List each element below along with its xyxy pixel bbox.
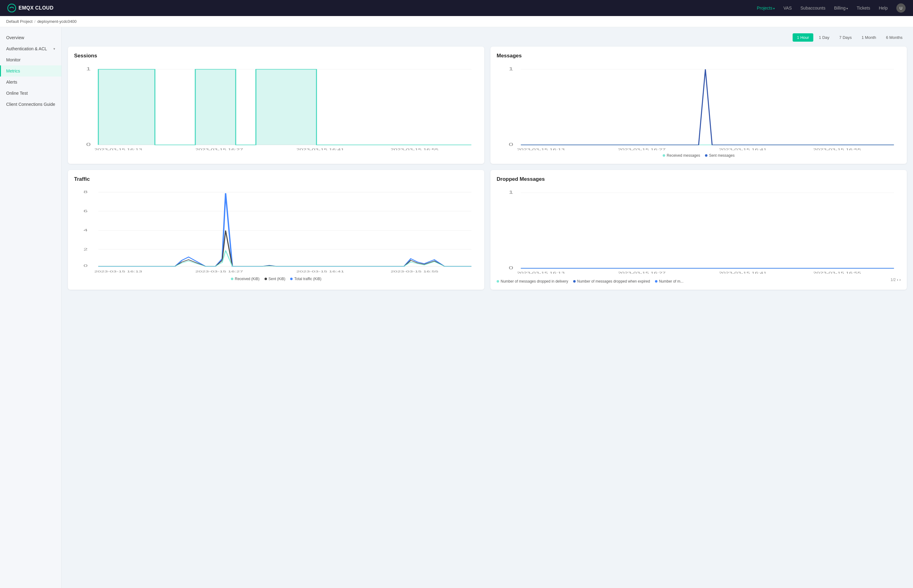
messages-legend: Received messages Sent messages [497,153,901,158]
svg-text:2023-03-15 16:41: 2023-03-15 16:41 [719,148,767,150]
sidebar-item-metrics[interactable]: Metrics [0,65,62,76]
svg-text:2023-03-15 16:27: 2023-03-15 16:27 [195,270,243,273]
sidebar-item-online-test[interactable]: Online Test [0,87,62,99]
dropped-pagination: 1/2 ‹ › [890,278,901,282]
dropped-title: Dropped Messages [497,176,901,183]
legend-dropped-expired: Number of messages dropped when expired [573,279,650,284]
legend-sent-messages: Sent messages [705,153,735,158]
svg-text:4: 4 [84,228,87,232]
svg-text:2023-03-15 16:55: 2023-03-15 16:55 [813,148,861,150]
time-btn-1hour[interactable]: 1 Hour [793,33,813,42]
svg-text:8: 8 [84,190,87,194]
svg-text:6: 6 [84,209,87,213]
dropped-chart-card: Dropped Messages 1 0 2023-03-15 16:13 20… [490,170,907,290]
svg-text:2023-03-15 16:13: 2023-03-15 16:13 [94,270,142,273]
sessions-chart-card: Sessions 1 0 2023-03-15 16:13 2023-03-15 [68,47,484,164]
legend-dot-dropped-delivery [497,280,499,283]
emqx-logo-icon [7,4,16,12]
legend-dropped-delivery: Number of messages dropped in delivery [497,279,568,284]
legend-dropped-other: Number of m... [655,279,683,284]
svg-text:1: 1 [509,190,513,194]
sidebar: Overview Authentication & ACL ▾ Monitor … [0,27,62,588]
traffic-chart-svg: 8 6 4 2 0 [74,187,478,274]
time-filter: 1 Hour 1 Day 7 Days 1 Month 6 Months [68,33,907,42]
svg-text:2023-03-15 16:41: 2023-03-15 16:41 [296,270,344,273]
nav-projects[interactable]: Projects [757,6,775,10]
svg-text:2023-03-15 16:41: 2023-03-15 16:41 [719,271,767,274]
messages-chart-area: 1 0 2023-03-15 16:13 2023-03-15 16:27 20… [497,64,901,150]
main-content: 1 Hour 1 Day 7 Days 1 Month 6 Months Ses… [62,27,913,588]
dropped-footer: Number of messages dropped in delivery N… [497,276,901,284]
messages-chart-card: Messages 1 0 2023-03-15 16:13 2023-03-15… [490,47,907,164]
svg-text:2023-03-15 16:55: 2023-03-15 16:55 [390,148,438,150]
dropped-legend: Number of messages dropped in delivery N… [497,279,683,284]
dropped-chart-area: 1 0 2023-03-15 16:13 2023-03-15 16:27 20… [497,187,901,274]
traffic-legend: Received (KiB) Sent (KiB) Total traffic … [74,277,478,281]
sidebar-item-monitor[interactable]: Monitor [0,54,62,65]
nav-billing[interactable]: Billing [834,6,848,10]
legend-total-kib: Total traffic (KiB) [290,277,321,281]
breadcrumb-project[interactable]: Default Project [6,19,32,24]
nav-subaccounts[interactable]: Subaccounts [800,6,826,10]
svg-text:0: 0 [84,264,87,268]
svg-text:2023-03-15 16:27: 2023-03-15 16:27 [618,271,666,274]
sessions-chart-svg: 1 0 2023-03-15 16:13 2023-03-15 16:27 20… [74,64,478,150]
time-btn-7days[interactable]: 7 Days [835,33,856,42]
sidebar-item-alerts[interactable]: Alerts [0,76,62,87]
logo[interactable]: EMQX CLOUD [7,4,53,12]
legend-dot-total-kib [290,278,293,280]
breadcrumb-deployment: deployment-ycdc0400 [37,19,76,24]
time-btn-1day[interactable]: 1 Day [814,33,834,42]
topnav-links: Projects VAS Subaccounts Billing Tickets… [757,3,906,13]
legend-dot-sent-kib [264,278,267,280]
legend-sent-kib: Sent (KiB) [264,277,285,281]
nav-tickets[interactable]: Tickets [856,6,870,10]
time-btn-6months[interactable]: 6 Months [882,33,907,42]
traffic-chart-card: Traffic 8 6 4 2 0 [68,170,484,290]
legend-dot-dropped-expired [573,280,576,283]
svg-text:2023-03-15 16:55: 2023-03-15 16:55 [813,271,861,274]
traffic-chart-area: 8 6 4 2 0 [74,187,478,274]
breadcrumb: Default Project / deployment-ycdc0400 [0,16,913,27]
svg-text:2023-03-15 16:55: 2023-03-15 16:55 [390,270,438,273]
nav-vas[interactable]: VAS [783,6,792,10]
svg-text:2023-03-15 16:41: 2023-03-15 16:41 [296,148,344,150]
svg-text:2: 2 [84,247,87,251]
traffic-title: Traffic [74,176,478,183]
charts-grid: Sessions 1 0 2023-03-15 16:13 2023-03-15 [68,47,907,290]
svg-point-0 [8,4,16,12]
svg-text:2023-03-15 16:27: 2023-03-15 16:27 [618,148,666,150]
svg-text:1: 1 [509,66,513,71]
legend-dot-received [663,154,665,157]
legend-dot-dropped-other [655,280,657,283]
legend-dot-received-kib [231,278,233,280]
svg-text:2023-03-15 16:13: 2023-03-15 16:13 [94,148,142,150]
sessions-chart-area: 1 0 2023-03-15 16:13 2023-03-15 16:27 20… [74,64,478,150]
svg-text:0: 0 [509,142,513,147]
auth-acl-arrow: ▾ [53,47,55,51]
legend-received-messages: Received messages [663,153,700,158]
svg-text:2023-03-15 16:27: 2023-03-15 16:27 [195,148,243,150]
sidebar-item-auth-acl[interactable]: Authentication & ACL ▾ [0,43,62,54]
sessions-title: Sessions [74,53,478,59]
messages-chart-svg: 1 0 2023-03-15 16:13 2023-03-15 16:27 20… [497,64,901,150]
nav-help[interactable]: Help [879,6,888,10]
pagination-next[interactable]: › [899,278,901,282]
legend-received-kib: Received (KiB) [231,277,260,281]
breadcrumb-separator: / [34,19,36,24]
user-avatar[interactable]: U [896,3,906,13]
pagination-prev[interactable]: ‹ [897,278,898,282]
dropped-chart-svg: 1 0 2023-03-15 16:13 2023-03-15 16:27 20… [497,187,901,274]
svg-text:2023-03-15 16:13: 2023-03-15 16:13 [517,271,565,274]
logo-text: EMQX CLOUD [18,5,53,11]
messages-title: Messages [497,53,901,59]
time-btn-1month[interactable]: 1 Month [858,33,881,42]
sidebar-item-client-guide[interactable]: Client Connections Guide [0,99,62,110]
main-layout: Overview Authentication & ACL ▾ Monitor … [0,27,913,588]
svg-text:2023-03-15 16:13: 2023-03-15 16:13 [517,148,565,150]
legend-dot-sent [705,154,707,157]
svg-text:0: 0 [509,265,513,270]
svg-text:0: 0 [86,142,91,147]
topnav: EMQX CLOUD Projects VAS Subaccounts Bill… [0,0,913,16]
sidebar-item-overview[interactable]: Overview [0,32,62,43]
